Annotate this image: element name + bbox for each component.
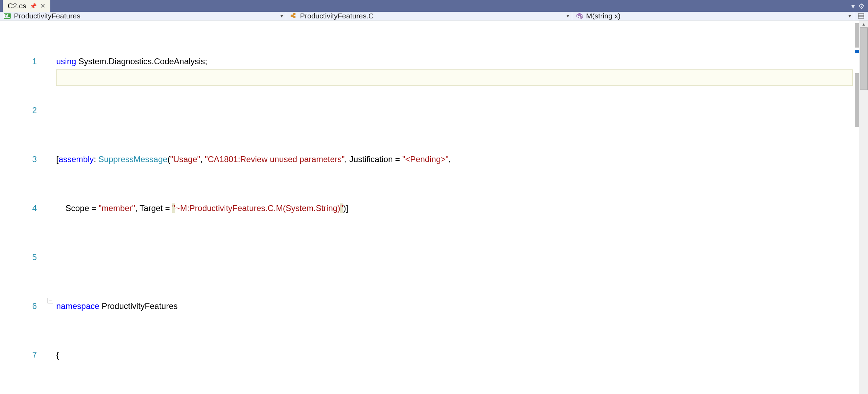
code-editor[interactable]: 1using System.Diagnostics.CodeAnalysis; … [0,20,868,394]
svg-rect-0 [291,15,293,17]
member-dropdown-label: M(string x) [586,12,620,20]
navigation-bar: C# ProductivityFeatures ▾ ProductivityFe… [0,12,868,20]
line-number: 5 [0,249,44,265]
line-number: 1 [0,53,44,69]
svg-rect-6 [858,16,864,18]
overview-ruler[interactable] [855,20,859,394]
line-number: 7 [0,347,44,363]
gear-icon[interactable]: ⚙ [858,2,865,10]
close-icon[interactable]: ✕ [40,2,45,10]
line-number: 3 [0,151,44,167]
document-tab-strip: C2.cs 📌 ✕ ▾ ⚙ [0,0,868,12]
document-tab-label: C2.cs [8,2,26,10]
class-icon [290,12,297,20]
line-number: 4 [0,200,44,216]
line-number: 6 [0,298,44,314]
project-dropdown[interactable]: C# ProductivityFeatures ▾ [0,12,286,20]
member-dropdown[interactable]: M(string x) ▾ [572,12,854,20]
tab-strip-actions: ▾ ⚙ [851,2,865,10]
method-icon [576,12,583,20]
chevron-down-icon: ▾ [567,13,569,19]
type-dropdown-label: ProductivityFeatures.C [300,12,374,20]
chevron-down-icon[interactable]: ▾ [851,2,855,10]
csharp-icon: C# [3,12,11,20]
svg-rect-2 [293,16,295,18]
project-dropdown-label: ProductivityFeatures [14,12,80,20]
svg-rect-5 [858,14,864,16]
code-content: 1using System.Diagnostics.CodeAnalysis; … [0,20,451,394]
svg-rect-1 [293,13,295,15]
fold-toggle[interactable]: − [48,298,53,303]
split-editor-button[interactable] [854,12,868,20]
pin-icon[interactable]: 📌 [30,3,37,9]
line-number: 2 [0,102,44,118]
chevron-down-icon: ▾ [849,13,851,19]
svg-rect-4 [581,17,582,18]
vertical-scrollbar[interactable]: ▴ [859,20,868,394]
document-tab-c2[interactable]: C2.cs 📌 ✕ [3,0,50,12]
chevron-down-icon: ▾ [281,13,283,19]
scroll-up-icon[interactable]: ▴ [862,20,865,27]
scroll-thumb[interactable] [860,27,868,90]
type-dropdown[interactable]: ProductivityFeatures.C ▾ [286,12,572,20]
